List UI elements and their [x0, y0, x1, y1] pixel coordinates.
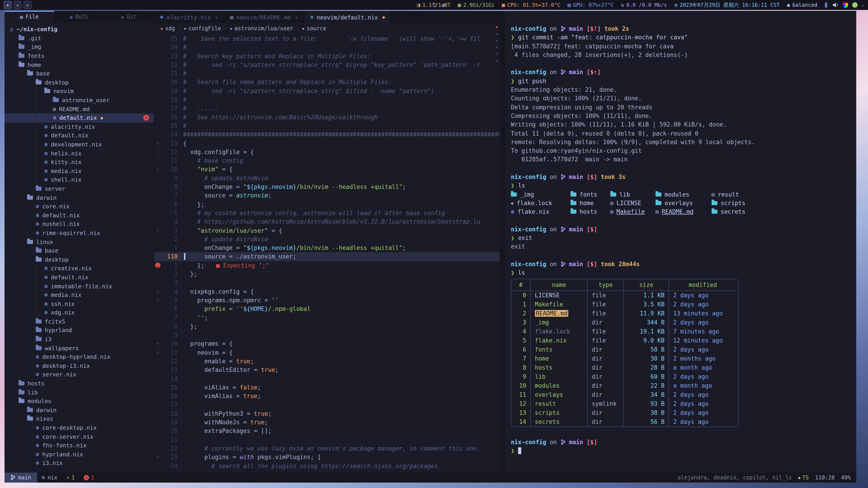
code-line[interactable]: ▾3 "astronvim/lua/user" = {	[154, 226, 500, 235]
tab-close-icon[interactable]: ✕	[215, 15, 218, 20]
tree-item[interactable]: ❄i3.nix	[4, 459, 154, 467]
code-line[interactable]: ▾5 programs.npm.npmrc = ''	[154, 296, 500, 305]
tree-item[interactable]: ❄default.nix	[4, 211, 154, 220]
tray-collapse-icon[interactable]: ◂	[862, 2, 864, 7]
code-line[interactable]: 9	[154, 331, 500, 339]
tree-item[interactable]: ❄shell.nix	[4, 175, 154, 184]
tab-close-icon[interactable]: ✕	[295, 15, 298, 20]
tree-item[interactable]: ❄xdg.nix	[4, 308, 154, 317]
tree-item[interactable]: desktop	[4, 78, 154, 87]
tree-item[interactable]: linux	[4, 237, 154, 246]
code-line[interactable]: 15#	[154, 122, 500, 130]
terminal-command[interactable]: ❯	[511, 447, 856, 455]
editor-tab[interactable]: ❄neovim/default.nix●	[304, 11, 391, 24]
code-line[interactable]: 110 source = ./astronvim_user;	[154, 252, 500, 261]
tree-item[interactable]: ❄kitty.nix	[4, 158, 154, 166]
tree-item[interactable]: lib	[4, 388, 154, 397]
code-area[interactable]: 25# Save the selected text to a file: `:…	[154, 33, 500, 473]
tree-item[interactable]: ❄creative.nix	[4, 264, 154, 273]
code-line[interactable]: 11 # base config	[154, 156, 500, 165]
tree-item[interactable]: ❄immutable-file.nix	[4, 282, 154, 290]
tree-item[interactable]: server	[4, 184, 154, 193]
code-line[interactable]: 18 withPython3 = true;	[154, 410, 500, 418]
code-line[interactable]: 21#	[154, 69, 500, 78]
tree-item[interactable]: wallpapers	[4, 344, 154, 352]
tree-item[interactable]: ❄core-server.nix	[4, 432, 154, 441]
code-line[interactable]: ▾10 "nvim" = {	[154, 165, 500, 174]
power-menu-icon[interactable]	[852, 2, 858, 8]
tree-item[interactable]: home	[4, 60, 154, 69]
code-line[interactable]: ▾11 neovim = {	[154, 348, 500, 357]
tree-item[interactable]: fcitx5	[4, 317, 154, 326]
workspace-app-icon-3[interactable]: ▪	[24, 1, 32, 9]
code-line[interactable]: 13 defaultEditor = true;	[154, 366, 500, 375]
tree-item[interactable]: ❄default.nix	[4, 131, 154, 140]
tree-item[interactable]: hyprland	[4, 326, 154, 335]
tree-item[interactable]: darwin	[4, 193, 154, 202]
code-line[interactable]: ▾13{	[154, 139, 500, 148]
statusline-branch[interactable]: main	[4, 473, 37, 483]
code-line[interactable]: 8 };	[154, 322, 500, 331]
code-line[interactable]: ✕1 };■ Expecting ";"	[154, 261, 500, 270]
tree-item[interactable]: desktop	[4, 255, 154, 264]
tree-item[interactable]: ❄alacritty.nix	[4, 122, 154, 131]
terminal-pane[interactable]: nix-config on main [$!] took 2s❯git comm…	[504, 11, 856, 473]
tree-item[interactable]: modules	[4, 397, 154, 405]
code-line[interactable]: 17# ......	[154, 104, 500, 113]
code-line[interactable]: 5 # my cusotm astronvim config, astronvi…	[154, 209, 500, 218]
tree-item[interactable]: fonts	[4, 52, 154, 60]
code-line[interactable]: 25# Save the selected text to a file: `:…	[154, 34, 500, 43]
code-line[interactable]: 9 # update AstroNvim	[154, 174, 500, 183]
code-line[interactable]: 12 enable = true;	[154, 357, 500, 366]
code-line[interactable]: 3	[154, 279, 500, 287]
tray-icon-1[interactable]: ◫	[433, 2, 436, 8]
code-line[interactable]: 14	[154, 375, 500, 383]
code-line[interactable]: 16 vimAlias = true;	[154, 392, 500, 400]
tree-item[interactable]: ❄rime-squirrel.nix	[4, 228, 154, 237]
code-line[interactable]: 15 viAlias = false;	[154, 383, 500, 392]
code-line[interactable]: 2 };	[154, 270, 500, 279]
tree-item[interactable]: ❄core.nix	[4, 202, 154, 211]
tree-item[interactable]: ❄ssh.nix	[4, 299, 154, 308]
tree-item[interactable]: darwin	[4, 405, 154, 414]
tree-item[interactable]: ❄hyprland.nix	[4, 450, 154, 459]
code-line[interactable]: 6 prefix = ''${HOME}/.npm-global	[154, 304, 500, 313]
workspace-app-icon-1[interactable]: ▪	[4, 1, 12, 9]
tree-item[interactable]: ❄fhs-fonts.nix	[4, 441, 154, 450]
code-line[interactable]: 22# sed -ri "s/pattern_str/replace_str/g…	[154, 61, 500, 69]
bluetooth-icon[interactable]	[824, 2, 828, 8]
tree-item[interactable]: ❄default.nix●✕	[4, 113, 154, 122]
code-line[interactable]: 4 # https://github.com/AstroNvim/AstroNv…	[154, 217, 500, 226]
code-line[interactable]: 24 # search all the plugins using https:…	[154, 462, 500, 470]
volume-icon[interactable]	[832, 2, 839, 8]
code-line[interactable]: ▾12 xdg.configFile = {	[154, 148, 500, 157]
explorer-tab-bufs[interactable]: ▣Bufs	[54, 11, 104, 23]
code-line[interactable]: 22 # currently we use lazy.nvim as neovi…	[154, 444, 500, 453]
code-line[interactable]: 19# sed -ri "s/pattern_str/replace_str/g…	[154, 87, 500, 96]
tree-item[interactable]: ❄development.nix	[4, 140, 154, 149]
code-line[interactable]: 19 withNodeJs = true;	[154, 418, 500, 427]
code-line[interactable]: 7 '';	[154, 313, 500, 322]
tree-item[interactable]: ❄default.nix	[4, 273, 154, 282]
tree-item[interactable]: hosts	[4, 379, 154, 388]
explorer-tab-git[interactable]: ◆Git	[104, 11, 154, 23]
tree-item[interactable]: ❄media.nix	[4, 291, 154, 299]
code-line[interactable]: 20 extraPackages = [];	[154, 427, 500, 435]
code-line[interactable]: 2 # update AstroNvim	[154, 235, 500, 244]
tree-item[interactable]: ❄desktop-hyprland.nix	[4, 352, 154, 361]
code-line[interactable]: ▾23 plugins = with pkgs.vimPlugins; [	[154, 453, 500, 462]
code-line[interactable]: 6 };	[154, 200, 500, 209]
tree-item[interactable]: ❄nushell.nix	[4, 220, 154, 228]
code-line[interactable]: ▾10 programs = {	[154, 339, 500, 348]
tree-item[interactable]: ❄helix.nix	[4, 149, 154, 158]
tree-item[interactable]: base	[4, 246, 154, 255]
tree-item[interactable]: ❄server.nix	[4, 370, 154, 379]
code-line[interactable]: 14######################################…	[154, 130, 500, 139]
tray-icon-2[interactable]: ▣	[442, 2, 445, 8]
tree-item[interactable]: ▤README.md	[4, 105, 154, 113]
tree-item[interactable]: ❄media.nix	[4, 166, 154, 175]
code-line[interactable]: 16# See https://astronvim.com/Basic%20Us…	[154, 113, 500, 122]
tree-item[interactable]: _img	[4, 42, 154, 51]
tree-item[interactable]: astronvim_user	[4, 96, 154, 105]
tree-item[interactable]: nixos	[4, 414, 154, 423]
